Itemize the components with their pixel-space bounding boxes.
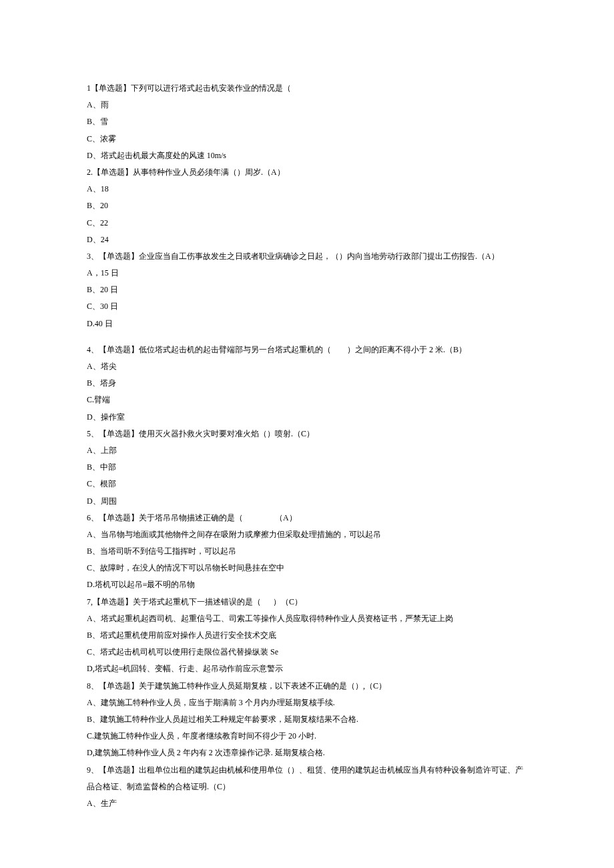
document-line: D、24 (87, 232, 527, 248)
document-line: D、周围 (87, 493, 527, 510)
document-line: C.建筑施工特种作业人员，年度者继续教育时间不得少于 20 小时. (87, 728, 527, 745)
document-line: B、20 日 (87, 282, 527, 298)
document-line: D、操作室 (87, 409, 527, 426)
document-line: C、浓雾 (87, 131, 527, 147)
document-line: A、雨 (87, 97, 527, 113)
document-line: A、塔尖 (87, 358, 527, 375)
document-line: C.臂端 (87, 392, 527, 408)
document-line: 8、【单选题】关于建筑施工特种作业人员延期复核，以下表述不正确的是（）,（C） (87, 678, 527, 695)
document-line: D,建筑施工特种作业人员 2 年内有 2 次违章操作记录. 延期复核合格. (87, 745, 527, 761)
document-line: D.塔机可以起吊≡最不明的吊物 (87, 576, 527, 593)
document-line: A、塔式起重机起西司机、起重信号工、司索工等操作人员应取得特种作业人员资格证书，… (87, 610, 527, 627)
document-line: C、塔式起击机司机可以使用行走限位器代替操纵装 Se (87, 644, 527, 661)
document-line: 5、【单选题】使用灭火器扑救火灾时要对准火焰（）喷射.（C） (87, 426, 527, 442)
document-line: C、故障时，在没人的情况下可以吊物长时间悬挂在空中 (87, 560, 527, 576)
document-line: A、上部 (87, 442, 527, 459)
document-line: D.40 日 (87, 316, 527, 332)
document-line: A、生产 (87, 795, 527, 812)
document-line: 3、【单选题】企业应当自工伤事故发生之日或者职业病确诊之日起，（）内向当地劳动行… (87, 248, 527, 265)
document-line: C、22 (87, 215, 527, 232)
document-line: 7,【单选题】关于塔式起重机下一描述错误的是（ ）（C） (87, 594, 527, 610)
document-line: B、当塔司听不到信号工指挥时，可以起吊 (87, 543, 527, 560)
document-line: 9、【单选题】出租单位出租的建筑起由机械和使用单位（）、租赁、使用的建筑起击机械… (87, 762, 527, 795)
document-line: 2.【单选题】从事特种作业人员必须年满（）周岁.（A） (87, 164, 527, 181)
document-line: A，15 日 (87, 265, 527, 282)
document-line: 4、【单选题】低位塔式起击机的起击臂端部与另一台塔式起重机的（ ）之间的距离不得… (87, 342, 527, 358)
document-line: B、塔式起重机使用前应对操作人员进行安全技术交底 (87, 627, 527, 644)
document-line (87, 332, 527, 342)
document-line: A、建筑施工特种作业人员，应当于期满前 3 个月内办理延期复核手续. (87, 695, 527, 711)
document-line: D,塔式起≡机回转、变幅、行走、起吊动作前应示意警示 (87, 661, 527, 677)
document-line: D、塔式起击机最大高度处的风速 10m/s (87, 147, 527, 164)
document-line: B、建筑施工特种作业人员超过相关工种规定年龄要求，延期复核结果不合格. (87, 711, 527, 728)
document-line: A、18 (87, 181, 527, 197)
document-line: C、30 日 (87, 298, 527, 315)
document-line: A、当吊物与地面或其他物件之间存在吸附力或摩擦力但采取处理措施的，可以起吊 (87, 526, 527, 543)
document-line: 6、【单选题】关于塔吊吊物描述正确的是（ （A） (87, 510, 527, 526)
document-line: B、中部 (87, 459, 527, 476)
document-line: B、雪 (87, 113, 527, 130)
document-line: C、根部 (87, 476, 527, 492)
document-line: 1【单选题】下列可以进行塔式起击机安装作业的情况是（ (87, 80, 527, 97)
document-line: B、塔身 (87, 375, 527, 392)
document-line: B、20 (87, 197, 527, 214)
